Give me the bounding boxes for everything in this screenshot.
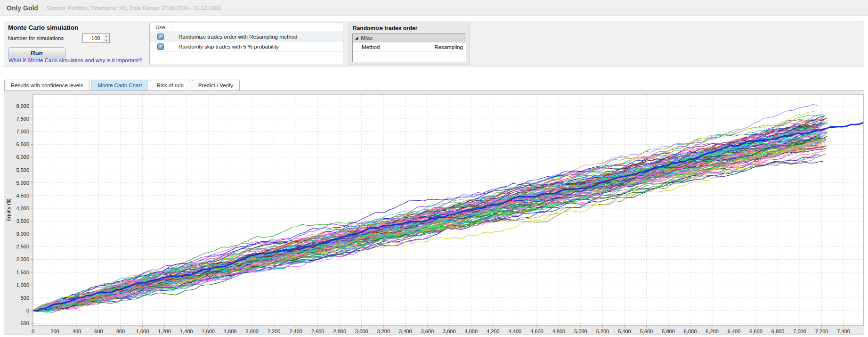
svg-text:2,200: 2,200	[268, 329, 281, 334]
use-checkbox[interactable]: ✓	[157, 43, 164, 50]
svg-text:5,000: 5,000	[16, 180, 29, 186]
svg-text:200: 200	[50, 329, 59, 334]
svg-text:6,800: 6,800	[771, 329, 785, 334]
svg-text:1,600: 1,600	[202, 329, 215, 334]
svg-text:0: 0	[26, 308, 29, 313]
window-title-bar: Only Gold Symbol: Portfolio, Timeframe: …	[0, 0, 868, 16]
svg-text:8,000: 8,000	[16, 103, 29, 109]
svg-text:5,500: 5,500	[16, 167, 29, 173]
svg-text:5,400: 5,400	[618, 329, 631, 334]
svg-text:6,500: 6,500	[16, 141, 29, 147]
svg-text:6,000: 6,000	[16, 154, 29, 160]
svg-text:3,600: 3,600	[421, 329, 434, 334]
use-table-row: ✓Randomize trades order with Resampling …	[150, 32, 343, 42]
svg-text:4,500: 4,500	[16, 193, 29, 198]
tab-predict-verify[interactable]: Predict / Verify	[192, 80, 240, 90]
use-table: Use ✓Randomize trades order with Resampl…	[149, 23, 343, 65]
simulation-settings: Monte Carlo simulation Number for simula…	[8, 24, 147, 64]
strategy-name: Only Gold	[7, 4, 38, 12]
collapse-triangle-icon: ◢	[355, 36, 358, 40]
svg-text:4,000: 4,000	[16, 205, 29, 211]
svg-text:2,000: 2,000	[245, 329, 259, 334]
svg-text:3,800: 3,800	[443, 329, 456, 334]
svg-text:7,000: 7,000	[793, 329, 806, 334]
use-row-label: Randomly skip trades with 5 % probabilit…	[178, 44, 279, 49]
svg-text:5,800: 5,800	[662, 329, 675, 334]
simulations-count-input[interactable]	[83, 34, 103, 42]
svg-text:3,400: 3,400	[399, 329, 412, 334]
svg-text:1,400: 1,400	[180, 329, 193, 334]
svg-text:-500: -500	[19, 321, 29, 326]
randomize-trades-panel: Randomize trades order ◢ Misc Method Res…	[349, 23, 470, 65]
svg-text:2,800: 2,800	[333, 329, 346, 334]
method-name-cell: Method	[353, 42, 408, 51]
misc-group-header[interactable]: ◢ Misc	[353, 34, 466, 42]
randomize-panel-title: Randomize trades order	[349, 23, 470, 33]
svg-text:5,600: 5,600	[640, 329, 653, 334]
simulations-count-spinner: ▲ ▼	[82, 33, 110, 43]
svg-text:1,000: 1,000	[16, 282, 29, 288]
run-button[interactable]: Run	[8, 47, 65, 58]
method-value-cell[interactable]: Resampling	[408, 42, 466, 51]
svg-text:4,800: 4,800	[552, 329, 566, 334]
svg-text:4,200: 4,200	[487, 329, 500, 334]
monte-carlo-config-panel: Monte Carlo simulation Number for simula…	[4, 21, 864, 66]
svg-text:3,500: 3,500	[16, 218, 29, 224]
use-checkbox[interactable]: ✓	[157, 33, 164, 40]
monte-carlo-chart: 02004006008001,0001,2001,4001,6001,8002,…	[4, 91, 864, 335]
y-axis-title: Equity ($)	[6, 198, 11, 222]
x-axis-labels: 02004006008001,0001,2001,4001,6001,8002,…	[32, 329, 850, 334]
svg-text:6,400: 6,400	[728, 329, 741, 334]
svg-text:2,000: 2,000	[16, 256, 29, 262]
svg-text:7,200: 7,200	[815, 329, 828, 334]
svg-text:500: 500	[21, 295, 29, 301]
svg-text:7,000: 7,000	[16, 129, 29, 134]
svg-text:1,500: 1,500	[16, 270, 29, 275]
spinner-down-button[interactable]: ▼	[103, 38, 109, 42]
use-row-label: Randomize trades order with Resampling m…	[178, 34, 297, 40]
svg-text:4,600: 4,600	[530, 329, 544, 334]
svg-text:7,400: 7,400	[837, 329, 850, 334]
tab-bar: Results with confidence levelsMonte Carl…	[4, 80, 868, 90]
svg-text:800: 800	[116, 329, 125, 334]
monte-carlo-chart-panel: 02004006008001,0001,2001,4001,6001,8002,…	[4, 90, 864, 335]
svg-text:2,400: 2,400	[289, 329, 302, 334]
svg-text:4,000: 4,000	[465, 329, 478, 334]
simulation-panel-title: Monte Carlo simulation	[8, 24, 147, 31]
svg-text:5,000: 5,000	[574, 329, 587, 334]
svg-text:1,000: 1,000	[136, 329, 149, 334]
simulations-count-label: Number for simulations	[8, 35, 82, 41]
randomize-property-grid: ◢ Misc Method Resampling	[352, 33, 466, 62]
use-table-body: ✓Randomize trades order with Resampling …	[150, 32, 343, 52]
monte-carlo-help-link[interactable]: What is Monte Carlo simulation and why i…	[8, 58, 142, 63]
svg-text:5,200: 5,200	[596, 329, 609, 334]
svg-text:2,500: 2,500	[16, 244, 29, 249]
svg-text:3,000: 3,000	[355, 329, 368, 334]
misc-group-label: Misc	[361, 35, 373, 41]
svg-text:400: 400	[73, 329, 81, 334]
svg-text:4,400: 4,400	[509, 329, 522, 334]
svg-text:0: 0	[32, 329, 34, 334]
use-column-header: Use	[150, 23, 171, 32]
svg-text:6,200: 6,200	[706, 329, 719, 334]
svg-text:600: 600	[94, 329, 103, 334]
svg-text:1,200: 1,200	[158, 329, 171, 334]
y-axis-labels: -50005001,0001,5002,0002,5003,0003,5004,…	[16, 103, 29, 326]
svg-text:7,500: 7,500	[16, 116, 29, 122]
use-table-header: Use	[150, 23, 343, 32]
tab-monte-carlo-chart[interactable]: Monte Carlo Chart	[91, 80, 148, 90]
svg-text:6,600: 6,600	[749, 329, 763, 334]
property-row-method: Method Resampling	[353, 42, 466, 52]
strategy-info: Symbol: Portfolio, Timeframe: M1, Date R…	[47, 5, 220, 11]
spinner-up-button[interactable]: ▲	[103, 34, 109, 38]
svg-text:2,600: 2,600	[311, 329, 324, 334]
svg-text:3,200: 3,200	[377, 329, 390, 334]
svg-text:6,000: 6,000	[684, 329, 697, 334]
tab-results-with-confidence-levels[interactable]: Results with confidence levels	[4, 80, 89, 90]
use-table-row: ✓Randomly skip trades with 5 % probabili…	[150, 42, 343, 52]
svg-text:3,000: 3,000	[16, 231, 29, 237]
tab-risk-of-ruin[interactable]: Risk of ruin	[150, 80, 190, 90]
svg-text:1,800: 1,800	[224, 329, 237, 334]
